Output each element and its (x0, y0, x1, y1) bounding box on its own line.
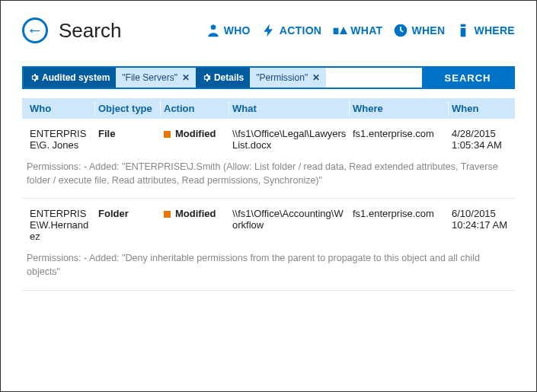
facet-what-label: WHAT (350, 24, 382, 37)
server-icon (455, 23, 471, 38)
table-row: ENTERPRISE\W.Hernandez Folder Modified \… (22, 199, 515, 247)
clock-icon (393, 23, 408, 38)
filter-bar: Audited system "File Servers" ✕ Details … (22, 66, 515, 89)
facet-when-label: WHEN (411, 24, 445, 37)
facet-where-label: WHERE (474, 24, 515, 37)
gear-icon (30, 73, 39, 82)
filter-value-permission[interactable]: "Permission" ✕ (250, 68, 326, 88)
cell-type: Folder (95, 208, 161, 242)
filter-value-file-servers-text: "File Servers" (122, 72, 177, 83)
person-icon (206, 23, 221, 38)
cell-action: Modified (161, 208, 229, 242)
arrow-left-icon: ← (27, 22, 43, 39)
filter-value-file-servers[interactable]: "File Servers" ✕ (116, 68, 196, 88)
cell-when: 4/28/2015 1:05:34 AM (449, 128, 510, 151)
filter-pill-audited-system-label: Audited system (42, 72, 110, 83)
cell-action: Modified (161, 128, 229, 151)
filter-pill-details-label: Details (214, 72, 244, 83)
cell-when: 6/10/2015 10:24:17 AM (449, 208, 510, 242)
cell-where: fs1.enterprise.com (350, 208, 449, 242)
table-row: ENTERPRISE\G. Jones File Modified \\fs1\… (22, 119, 515, 155)
cell-when-date: 6/10/2015 (452, 208, 507, 219)
filter-value-permission-text: "Permission" (256, 72, 308, 83)
col-type[interactable]: Object type (95, 101, 161, 116)
row-detail: Permissions: - Added: "ENTERPRISE\J.Smit… (22, 155, 515, 199)
col-what[interactable]: What (229, 101, 350, 116)
facet-action[interactable]: ACTION (261, 23, 321, 38)
cell-action-text: Modified (175, 128, 216, 139)
table-header: Who Object type Action What Where When (22, 98, 515, 119)
bolt-icon (261, 23, 276, 38)
search-button[interactable]: SEARCH (422, 68, 513, 88)
header: ← Search WHO ACTION WHAT WHEN WHERE (22, 18, 515, 43)
svg-rect-4 (461, 28, 466, 37)
shapes-icon (332, 23, 347, 38)
cell-action-text: Modified (175, 208, 216, 219)
cell-when-time: 1:05:34 AM (452, 139, 507, 151)
facet-what[interactable]: WHAT (332, 23, 382, 38)
col-where[interactable]: Where (350, 101, 449, 116)
cell-what: \\fs1\Office\Accounting\Workflow (229, 208, 350, 242)
col-who[interactable]: Who (27, 101, 95, 116)
close-icon[interactable]: ✕ (312, 72, 320, 83)
page-title: Search (59, 19, 121, 43)
cell-when-time: 10:24:17 AM (452, 219, 507, 231)
svg-point-0 (210, 25, 216, 30)
cell-who: ENTERPRISE\W.Hernandez (27, 208, 95, 242)
cell-what: \\fs1\Office\Legal\LawyersList.docx (229, 128, 350, 151)
col-action[interactable]: Action (161, 101, 229, 116)
facet-bar: WHO ACTION WHAT WHEN WHERE (206, 23, 515, 38)
back-button[interactable]: ← (22, 18, 48, 43)
facet-when[interactable]: WHEN (393, 23, 445, 38)
cell-when-date: 4/28/2015 (452, 128, 507, 139)
modified-icon (164, 211, 171, 218)
cell-type: File (95, 128, 161, 151)
cell-who: ENTERPRISE\G. Jones (27, 128, 95, 151)
svg-rect-3 (461, 24, 466, 27)
filter-pill-details[interactable]: Details (196, 68, 250, 88)
cell-where: fs1.enterprise.com (350, 128, 449, 151)
facet-where[interactable]: WHERE (455, 23, 515, 38)
facet-who[interactable]: WHO (206, 23, 251, 38)
svg-rect-1 (334, 28, 339, 34)
row-detail: Permissions: - Added: "Deny inheritable … (22, 247, 515, 290)
col-when[interactable]: When (449, 101, 510, 116)
close-icon[interactable]: ✕ (182, 72, 190, 83)
filter-pill-audited-system[interactable]: Audited system (24, 68, 116, 88)
filter-spacer (326, 68, 422, 88)
gear-icon (202, 73, 211, 82)
modified-icon (164, 131, 171, 138)
facet-who-label: WHO (224, 24, 251, 37)
facet-action-label: ACTION (280, 24, 321, 37)
